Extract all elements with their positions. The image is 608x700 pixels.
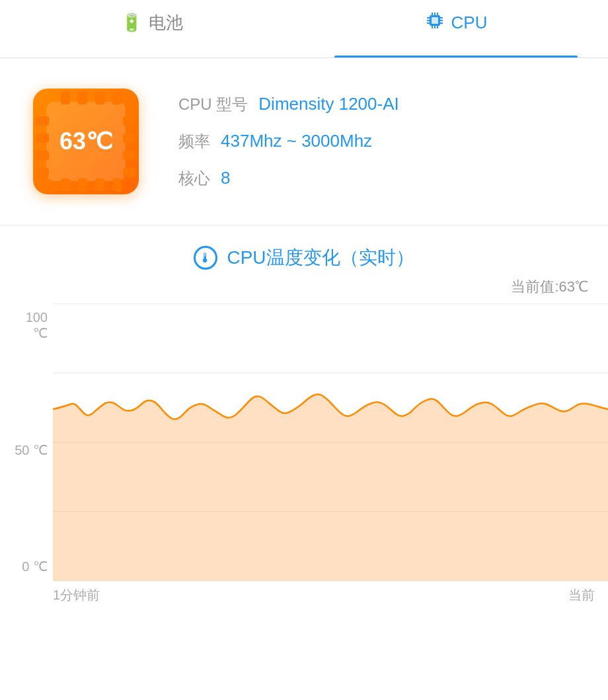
- cpu-tab-label: CPU: [451, 13, 488, 33]
- y-axis-labels: 100 ℃ 50 ℃ 0 ℃: [0, 303, 53, 581]
- battery-tab-label: 电池: [149, 11, 183, 34]
- cpu-details: CPU 型号 Dimensity 1200-AI 频率 437Mhz ~ 300…: [178, 94, 399, 189]
- cpu-model-value: Dimensity 1200-AI: [258, 94, 399, 114]
- chart-section: 🌡 CPU温度变化（实时） 当前值:63℃ 100 ℃ 50 ℃ 0 ℃: [0, 225, 608, 644]
- y-label-100: 100 ℃: [13, 310, 48, 341]
- cpu-info-section: 63℃ CPU 型号 Dimensity 1200-AI 频率 437Mhz ~…: [0, 58, 608, 225]
- cpu-freq-row: 频率 437Mhz ~ 3000Mhz: [178, 131, 399, 152]
- chart-wrapper: 100 ℃ 50 ℃ 0 ℃: [0, 303, 608, 631]
- x-axis-labels: 1分钟前 当前: [0, 581, 608, 604]
- chart-title-text: CPU温度变化（实时）: [227, 245, 414, 270]
- chart-svg-container: 100 ℃ 50 ℃ 0 ℃: [0, 303, 608, 581]
- chart-title-row: 🌡 CPU温度变化（实时）: [0, 245, 608, 270]
- y-label-50: 50 ℃: [13, 442, 48, 458]
- battery-icon: 🔋: [121, 13, 142, 33]
- svg-rect-1: [432, 17, 438, 24]
- cpu-core-value: 8: [221, 168, 230, 188]
- cpu-core-label: 核心: [178, 168, 210, 189]
- cpu-tab-icon: [425, 11, 445, 35]
- cpu-freq-value: 437Mhz ~ 3000Mhz: [221, 131, 372, 151]
- cpu-freq-label: 频率: [178, 131, 210, 152]
- tab-cpu[interactable]: CPU: [304, 0, 608, 58]
- tab-battery[interactable]: 🔋 电池: [0, 0, 304, 58]
- tab-bar: 🔋 电池 CPU: [0, 0, 608, 58]
- cpu-model-label: CPU 型号: [178, 94, 248, 115]
- cpu-temperature-display: 63℃: [59, 128, 112, 155]
- temperature-chart: [53, 303, 608, 581]
- x-label-start: 1分钟前: [53, 586, 568, 604]
- cpu-core-row: 核心 8: [178, 168, 399, 189]
- cpu-model-row: CPU 型号 Dimensity 1200-AI: [178, 94, 399, 115]
- y-label-0: 0 ℃: [13, 559, 48, 574]
- cpu-chip-icon: 63℃: [26, 82, 145, 201]
- chart-current-value: 当前值:63℃: [0, 277, 608, 297]
- thermometer-icon: 🌡: [194, 246, 217, 270]
- x-label-end: 当前: [568, 586, 608, 604]
